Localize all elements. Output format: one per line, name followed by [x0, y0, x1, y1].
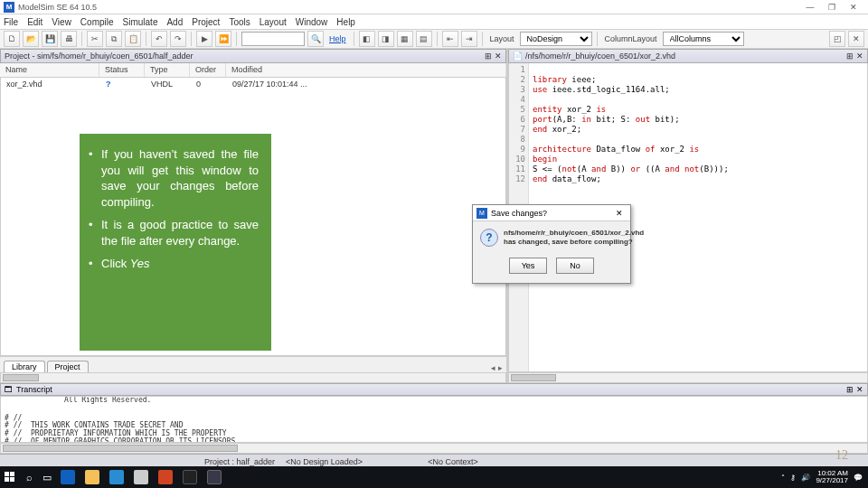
dialog-title: Save changes? [491, 209, 547, 218]
task-ie[interactable] [105, 467, 128, 487]
paste-icon[interactable]: 📋 [125, 31, 141, 47]
tray-volume-icon[interactable]: 🔊 [801, 474, 810, 482]
col-name[interactable]: Name [0, 63, 99, 77]
menu-window[interactable]: Window [296, 17, 328, 27]
transcript-line: All Rights Reserved. [64, 397, 151, 405]
task-edge[interactable] [56, 467, 80, 487]
separator [437, 32, 438, 46]
new-icon[interactable]: 🗋 [4, 31, 20, 47]
menu-help[interactable]: Help [336, 17, 355, 27]
col-type[interactable]: Type [145, 63, 190, 77]
app-logo-icon: M [4, 2, 14, 13]
layout-select[interactable]: NoDesign [520, 32, 592, 46]
close-button[interactable]: ✕ [843, 1, 864, 14]
status-context: <No Context> [422, 457, 484, 466]
menu-layout[interactable]: Layout [259, 17, 287, 27]
svg-rect-1 [10, 472, 14, 476]
project-columns: Name Status Type Order Modified [0, 63, 506, 78]
tab-project[interactable]: Project [47, 361, 89, 372]
minimize-button[interactable]: — [799, 1, 821, 14]
start-button[interactable] [0, 467, 20, 487]
tb-icon[interactable]: ◨ [378, 31, 394, 47]
transcript-title: Transcript [16, 385, 52, 394]
menu-simulate[interactable]: Simulate [123, 17, 158, 27]
editor-path: /nfs/home/r/r_bhuiy/coen_6501/xor_2.vhd [525, 52, 675, 61]
scrollbar[interactable] [508, 372, 868, 383]
save-icon[interactable]: 💾 [42, 31, 58, 47]
dialog-close-button[interactable]: ✕ [612, 209, 627, 218]
separator [354, 32, 354, 46]
menu-file[interactable]: File [4, 17, 18, 27]
separator [236, 32, 237, 46]
maximize-button[interactable]: ❐ [821, 1, 843, 14]
save-changes-dialog: M Save changes? ✕ ? nfs/home/r/r_bhuiy/c… [472, 204, 631, 284]
task-powerpoint[interactable] [154, 467, 177, 487]
menu-tools[interactable]: Tools [229, 17, 250, 27]
col-modified[interactable]: Modified [226, 63, 506, 77]
task-store[interactable] [129, 467, 153, 487]
menu-compile[interactable]: Compile [80, 17, 114, 27]
cell-status: ? [100, 80, 146, 89]
separator [191, 32, 192, 46]
tb-icon[interactable]: ▦ [397, 31, 413, 47]
slide-number: 12 [835, 448, 848, 463]
menu-edit[interactable]: Edit [27, 17, 42, 27]
tray-chevron-icon[interactable]: ˄ [781, 474, 785, 482]
question-icon: ? [480, 229, 498, 247]
taskbar: ⌕ ▭ ˄ ⚷ 🔊 10:02 AM 9/27/2017 💬 [0, 466, 868, 488]
menu-view[interactable]: View [52, 17, 71, 27]
toolbar: 🗋 📂 💾 🖶 ✂ ⧉ 📋 ↶ ↷ ▶ ⏩ 🔍 Help ◧ ◨ ▦ ▤ ⇤ ⇥… [0, 29, 868, 49]
undo-icon[interactable]: ↶ [151, 31, 167, 47]
table-row[interactable]: xor_2.vhd ? VHDL 0 09/27/17 10:01:44 ... [1, 78, 505, 90]
tb-icon[interactable]: ✕ [848, 31, 864, 47]
tray-notifications-icon[interactable]: 💬 [854, 474, 863, 482]
print-icon[interactable]: 🖶 [61, 31, 77, 47]
project-header: Project - sim/fs/home/r_bhuiy/coen_6501/… [0, 49, 506, 63]
separator [482, 32, 483, 46]
svg-rect-0 [5, 472, 9, 476]
copy-icon[interactable]: ⧉ [106, 31, 122, 47]
tray-date: 9/27/2017 [816, 477, 848, 484]
dialog-titlebar[interactable]: M Save changes? ✕ [473, 205, 630, 221]
yes-button[interactable]: Yes [509, 258, 547, 274]
tab-library[interactable]: Library [4, 361, 45, 372]
menu-project[interactable]: Project [192, 17, 220, 27]
separator [81, 32, 82, 46]
separator [146, 32, 146, 46]
compile-icon[interactable]: ▶ [196, 31, 212, 47]
task-explorer[interactable] [80, 467, 104, 487]
redo-icon[interactable]: ↷ [170, 31, 186, 47]
columnlayout-select[interactable]: AllColumns [663, 32, 744, 46]
tray-network-icon[interactable]: ⚷ [790, 474, 796, 482]
col-order[interactable]: Order [190, 63, 226, 77]
tb-icon[interactable]: ◧ [359, 31, 375, 47]
tb-icon[interactable]: ⇤ [442, 31, 458, 47]
scrollbar[interactable] [0, 443, 868, 454]
no-button[interactable]: No [556, 258, 594, 274]
transcript-body[interactable]: All Rights Reserved. # // # // THIS WORK… [0, 396, 868, 443]
tb-icon[interactable]: ⇥ [461, 31, 477, 47]
tb-icon[interactable]: ▤ [416, 31, 432, 47]
task-modelsim[interactable] [203, 467, 226, 487]
titlebar: M ModelSim SE 64 10.5 — ❐ ✕ [0, 0, 868, 14]
task-terminal[interactable] [178, 467, 202, 487]
cell-name: xor_2.vhd [1, 80, 100, 89]
tb-icon[interactable]: ◰ [829, 31, 845, 47]
open-icon[interactable]: 📂 [23, 31, 39, 47]
cut-icon[interactable]: ✂ [87, 31, 103, 47]
compile-all-icon[interactable]: ⏩ [215, 31, 231, 47]
system-tray[interactable]: ˄ ⚷ 🔊 10:02 AM 9/27/2017 💬 [781, 470, 868, 484]
scrollbar[interactable] [0, 372, 506, 383]
col-status[interactable]: Status [99, 63, 145, 77]
search-icon[interactable]: 🔍 [307, 31, 324, 47]
cell-type: VHDL [146, 80, 191, 89]
dialog-logo-icon: M [476, 208, 487, 219]
help-link[interactable]: Help [329, 34, 346, 43]
menu-add[interactable]: Add [166, 17, 183, 27]
layout-label: Layout [490, 34, 514, 43]
status-design: <No Design Loaded> [280, 457, 368, 466]
search-icon[interactable]: ⌕ [20, 467, 38, 487]
search-input[interactable] [241, 32, 305, 46]
svg-rect-2 [5, 477, 9, 482]
taskview-icon[interactable]: ▭ [38, 467, 56, 487]
